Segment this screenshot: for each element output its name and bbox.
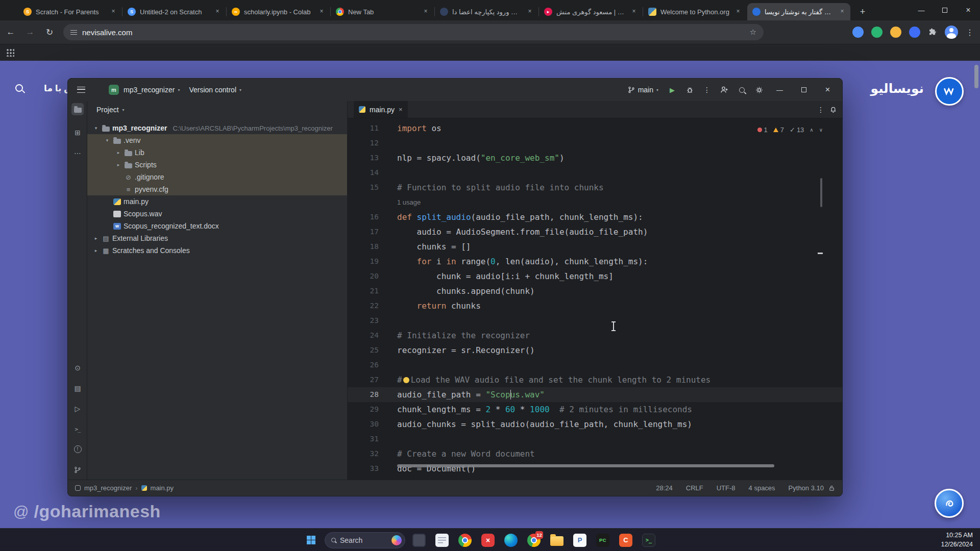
code-line[interactable]: 16def split_audio(audio_file_path, chunk… [348, 210, 842, 224]
terminal-tool-button[interactable]: >_ [71, 423, 84, 435]
edge-icon[interactable] [501, 531, 521, 550]
tree-item[interactable]: ▾mp3_recognizerC:\Users\ARCSLAB\PycharmP… [87, 122, 347, 134]
browser-tab[interactable]: ∞scholarly.ipynb - Colab× [227, 3, 330, 20]
tree-item[interactable]: ▾.venv [87, 134, 347, 146]
apps-grid-icon[interactable] [6, 48, 14, 57]
refresh-button[interactable]: ↻ [41, 23, 58, 41]
code-line[interactable]: 14 [348, 165, 842, 180]
project-tool-button[interactable] [71, 103, 84, 115]
line-separator-indicator[interactable]: CRLF [686, 484, 703, 492]
tab-close-icon[interactable]: × [317, 8, 326, 16]
browser-close-button[interactable]: × [957, 0, 980, 20]
page-scrollbar-thumb[interactable] [974, 65, 978, 88]
code-line[interactable]: 22 return chunks [348, 298, 842, 313]
notifications-bell-icon[interactable] [829, 106, 837, 113]
main-menu-icon[interactable] [77, 87, 85, 93]
python-console-button[interactable]: ⊙ [71, 362, 84, 374]
browser-tab[interactable]: SUntitled-2 on Scratch× [122, 3, 226, 20]
write-access-lock-icon[interactable] [828, 485, 835, 491]
chevron-down-icon[interactable]: ▾ [92, 126, 100, 131]
back-button[interactable]: ← [2, 23, 19, 41]
more-actions-button[interactable]: ⋮ [699, 82, 715, 97]
tab-close-icon[interactable]: × [213, 8, 222, 16]
taskbar-clock[interactable]: 10:25 AM 12/26/2024 [941, 531, 973, 549]
run-button[interactable]: ▶ [664, 82, 680, 97]
tree-item[interactable]: main.py [87, 195, 347, 208]
code-line[interactable]: 19 for i in range(0, len(audio), chunk_l… [348, 254, 842, 269]
c-app-icon[interactable]: C [616, 531, 635, 550]
branch-widget-button[interactable]: main ▾ [623, 83, 663, 96]
search-everywhere-button[interactable] [733, 82, 750, 97]
profile-avatar[interactable] [945, 26, 958, 39]
code-line[interactable]: 15# Function to split audio file into ch… [348, 180, 842, 195]
services-tool-button[interactable]: ▤ [71, 382, 84, 394]
warning-count[interactable]: 7 [773, 122, 784, 137]
chrome-icon[interactable] [455, 531, 475, 550]
code-line[interactable]: 32# Create a new Word document [348, 446, 842, 461]
code-line[interactable]: 33doc = Document() [348, 461, 842, 476]
extensions-puzzle-icon[interactable] [928, 28, 937, 37]
tab-close-icon[interactable]: × [109, 8, 117, 16]
breadcrumb-file[interactable]: main.py [151, 484, 174, 492]
tree-item[interactable]: ▸Lib [87, 146, 347, 159]
caret-position[interactable]: 28:24 [656, 484, 673, 492]
python-interpreter-indicator[interactable]: Python 3.10 [789, 484, 824, 492]
page-search-icon[interactable] [15, 84, 23, 92]
taskbar-search-box[interactable]: Search [325, 532, 405, 548]
chevron-right-icon[interactable]: ▸ [92, 236, 100, 241]
browser-tab[interactable]: ▸آپارات | مسعود گوهری منش× [539, 3, 642, 20]
code-line[interactable]: 28audio_file_path = "Scopus.wav" [348, 387, 842, 402]
code-line[interactable]: 20 chunk = audio[i:i + chunk_length_ms] [348, 269, 842, 284]
site-info-icon[interactable] [70, 30, 77, 35]
file-encoding-indicator[interactable]: UTF-8 [717, 484, 736, 492]
tab-close-icon[interactable]: × [838, 8, 846, 16]
chevron-right-icon[interactable]: ▸ [92, 248, 100, 253]
extension-icon-indigo[interactable] [909, 27, 920, 38]
error-count[interactable]: 1 [757, 122, 768, 137]
tree-item[interactable]: Scopus.wav [87, 208, 347, 220]
project-panel-header[interactable]: Project ▾ [87, 101, 347, 118]
editor-options-icon[interactable]: ⋮ [817, 106, 824, 114]
code-line[interactable]: 12 [348, 136, 842, 151]
version-control-button[interactable]: Version control ▾ [184, 83, 246, 96]
browser-tab[interactable]: Welcome to Python.org× [643, 3, 746, 20]
tab-close-icon[interactable]: × [399, 106, 403, 113]
file-explorer-icon[interactable] [547, 531, 567, 550]
inspections-widget[interactable]: 1 7 ✓13 ∧ ∨ [757, 122, 823, 137]
editor-horizontal-scrollbar[interactable] [397, 464, 774, 467]
tree-item[interactable]: ▸▦Scratches and Consoles [87, 244, 347, 257]
browser-tab[interactable]: تبدیل گفتار به نوشتار نویسا× [747, 3, 850, 20]
resolved-count[interactable]: ✓13 [790, 122, 804, 137]
chrome-profile-icon[interactable]: 12 [524, 531, 544, 550]
address-bar[interactable]: nevisalive.com ☆ [63, 24, 764, 40]
ide-minimize-button[interactable]: — [768, 79, 791, 101]
debug-button[interactable] [681, 82, 698, 97]
code-inlay-hint[interactable]: 1 usage [348, 195, 842, 210]
editor-tab-main-py[interactable]: main.py × [354, 101, 408, 118]
browser-minimize-button[interactable]: — [910, 0, 933, 20]
tree-item[interactable]: wScopus_recognized_text.docx [87, 220, 347, 232]
structure-tool-button[interactable]: ⊞ [71, 127, 84, 139]
chevron-right-icon[interactable]: ▸ [115, 150, 122, 155]
code-line[interactable]: 29chunk_length_ms = 2 * 60 * 1000 # 2 mi… [348, 402, 842, 417]
app-window-icon[interactable] [409, 531, 429, 550]
tab-close-icon[interactable]: × [422, 8, 430, 16]
code-line[interactable]: 24# Initialize the recognizer [348, 328, 842, 343]
url-text[interactable]: nevisalive.com [82, 28, 745, 37]
tab-close-icon[interactable]: × [526, 8, 534, 16]
browser-menu-icon[interactable]: ⋮ [966, 28, 973, 37]
tab-close-icon[interactable]: × [734, 8, 742, 16]
chevron-right-icon[interactable]: ▸ [115, 162, 122, 167]
code-line[interactable]: 31 [348, 432, 842, 446]
document-app-icon[interactable]: P [570, 531, 590, 550]
code-line[interactable]: 25recognizer = sr.Recognizer() [348, 343, 842, 358]
tree-item[interactable]: ▸▤External Libraries [87, 232, 347, 244]
project-widget-button[interactable]: mp3_recognizer ▾ [119, 83, 184, 96]
notepad-icon[interactable] [432, 531, 452, 550]
code-editor[interactable]: 11import os1213nlp = spacy.load("en_core… [348, 118, 842, 480]
start-button[interactable] [301, 531, 321, 550]
extension-icon-green[interactable] [871, 27, 883, 38]
tab-close-icon[interactable]: × [630, 8, 638, 16]
extension-icon-blue[interactable] [852, 27, 864, 38]
extension-icon-yellow[interactable] [890, 27, 901, 38]
